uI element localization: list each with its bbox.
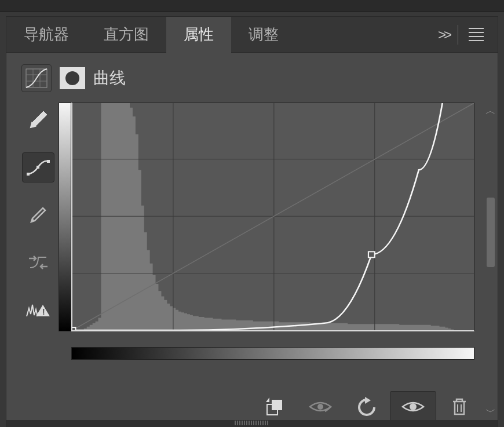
curves-editor: ! — [12, 103, 492, 346]
curve-svg — [72, 103, 474, 330]
view-previous-button[interactable] — [297, 391, 344, 422]
clip-to-layer-icon — [264, 396, 284, 417]
tab-properties[interactable]: 属性 — [166, 17, 231, 53]
curves-type-button[interactable] — [21, 64, 52, 92]
clip-warning-icon: ! — [25, 300, 51, 320]
panel-resize-bar[interactable] — [6, 420, 498, 427]
scroll-up-button[interactable]: ︿ — [484, 99, 497, 122]
pencil-curve-button[interactable] — [22, 200, 54, 230]
scroll-thumb[interactable] — [487, 198, 495, 267]
svg-rect-16 — [72, 327, 75, 330]
clip-to-layer-button[interactable] — [251, 391, 297, 422]
clip-warning-button[interactable]: ! — [22, 295, 54, 325]
reset-icon — [356, 397, 378, 417]
visibility-icon — [400, 399, 426, 415]
curve-tools: ! — [18, 103, 59, 346]
point-curve-icon — [25, 158, 51, 177]
collapse-icon[interactable]: >> — [438, 27, 450, 43]
tab-adjustments[interactable]: 调整 — [231, 17, 296, 53]
point-curve-button[interactable] — [22, 152, 54, 183]
panel-body: 曲线 — [6, 53, 498, 427]
window-titlebar — [0, 0, 504, 12]
svg-point-21 — [410, 403, 417, 410]
panel-tabs: 导航器 直方图 属性 调整 >> — [6, 17, 498, 53]
svg-point-20 — [317, 404, 323, 410]
tab-histogram[interactable]: 直方图 — [86, 17, 166, 53]
curve-graph-wrap — [59, 103, 492, 346]
mask-button[interactable] — [60, 67, 85, 89]
auto-icon — [27, 253, 50, 272]
mask-icon — [65, 71, 79, 85]
properties-panel: 导航器 直方图 属性 调整 >> — [6, 16, 498, 427]
adjustment-footer-icons — [251, 391, 483, 422]
output-gradient — [59, 103, 71, 331]
delete-button[interactable] — [436, 391, 483, 422]
curve-graph[interactable] — [71, 103, 474, 331]
tab-navigator[interactable]: 导航器 — [6, 17, 86, 53]
svg-rect-5 — [27, 173, 30, 176]
delete-icon — [451, 397, 468, 417]
panel-scrollbar: ︿ ﹀ — [484, 99, 497, 424]
svg-text:!: ! — [42, 307, 45, 316]
view-previous-icon — [308, 399, 333, 415]
smooth-curve-button[interactable] — [22, 247, 54, 278]
scroll-track[interactable] — [484, 122, 497, 400]
svg-rect-7 — [47, 160, 50, 163]
adjustment-title-row: 曲线 — [12, 64, 492, 92]
svg-rect-6 — [36, 166, 39, 169]
eyedropper-icon — [27, 109, 49, 131]
toggle-visibility-button[interactable] — [390, 391, 436, 422]
eyedropper-button[interactable] — [22, 105, 54, 135]
input-gradient — [71, 347, 474, 360]
pencil-icon — [28, 205, 49, 225]
adjustment-label: 曲线 — [93, 67, 126, 89]
resize-grabber-icon — [235, 421, 269, 425]
panel-menu-icon[interactable] — [466, 25, 486, 43]
curves-icon — [25, 68, 48, 89]
separator — [458, 25, 458, 45]
svg-rect-17 — [368, 251, 375, 257]
reset-button[interactable] — [344, 391, 390, 422]
